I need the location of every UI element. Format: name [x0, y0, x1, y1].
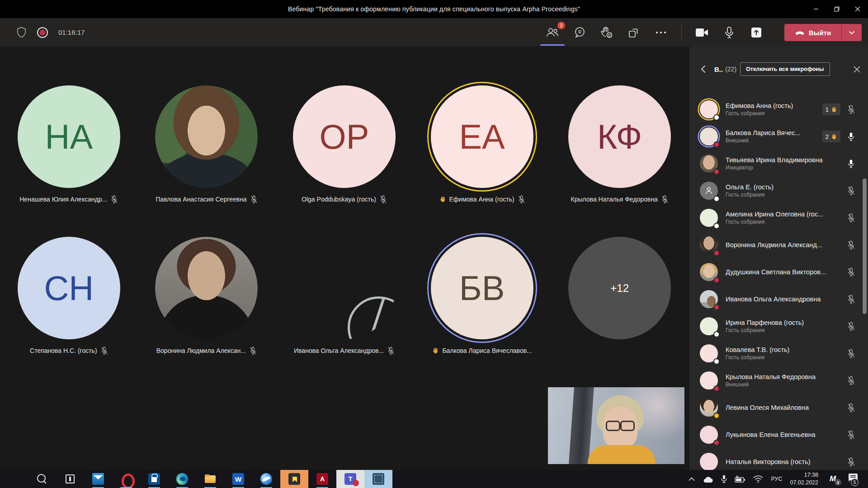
participant-role: Гость собрания	[726, 192, 847, 198]
participant-row[interactable]: Наталья Викторовна (гость)	[689, 448, 862, 470]
participant-name: Тивьяева Ирина Владимировна	[726, 156, 847, 164]
scrollbar-thumb[interactable]	[863, 178, 867, 314]
self-video[interactable]	[548, 387, 684, 464]
mic-muted-icon[interactable]	[847, 376, 855, 385]
mic-muted-icon[interactable]	[847, 105, 855, 114]
taskbar-app[interactable]	[84, 470, 112, 488]
mic-muted-icon[interactable]	[847, 322, 855, 331]
participant-row[interactable]: Крылова Наталья Федоровна Внешний	[689, 367, 862, 394]
participant-tile[interactable]: НА Ненашева Юлия Александр...	[0, 85, 138, 204]
participant-row[interactable]: Ковалева Т.В. (гость) Гость собрания	[689, 340, 862, 367]
participant-row[interactable]: Иванова Ольга Александровна	[689, 286, 862, 313]
hangup-icon	[795, 30, 805, 35]
action-center-icon[interactable]: 5	[847, 473, 863, 485]
presence-status-dot	[713, 440, 720, 446]
keyboard-language[interactable]: РУС	[771, 476, 782, 482]
tray-expand-chevron-icon[interactable]	[689, 477, 695, 481]
participant-tile[interactable]: СН Степанова Н.С. (гость)	[0, 237, 138, 355]
taskbar-app[interactable]	[0, 470, 28, 488]
mic-button[interactable]	[722, 25, 737, 40]
participant-name: Воронина Людмила Александ...	[726, 241, 847, 249]
mic-muted-icon[interactable]	[847, 267, 855, 277]
taskbar-app[interactable]	[56, 470, 84, 488]
taskbar-app[interactable]: A	[308, 470, 336, 488]
taskbar-app[interactable]	[364, 470, 392, 488]
meeting-toolbar: 01:16:17 2	[0, 18, 868, 47]
participant-row[interactable]: Амелина Ирина Олеговна (гос... Гость соб…	[689, 204, 862, 231]
presence-status-dot	[713, 385, 720, 392]
participant-tile[interactable]: +12	[551, 237, 689, 355]
participant-row[interactable]: Воронина Людмила Александ...	[689, 231, 862, 258]
chat-button[interactable]	[572, 25, 587, 40]
mic-muted-icon[interactable]	[847, 186, 855, 196]
mic-muted-icon	[379, 195, 387, 204]
raised-hand-badge: 2	[822, 131, 840, 142]
taskbar-app[interactable]: W	[224, 470, 252, 488]
participant-row[interactable]: Ирина Парфенова (гость) Гость собрания	[689, 313, 862, 340]
teams-notification-dot	[353, 480, 359, 486]
participant-name: Наталья Викторовна (гость)	[726, 458, 847, 465]
leave-button[interactable]: Выйти	[784, 24, 862, 41]
back-chevron-icon[interactable]	[701, 65, 710, 73]
participant-name: Иванова Ольга Александровна	[726, 296, 847, 303]
mic-muted-icon[interactable]	[847, 295, 855, 304]
participant-row[interactable]: Ефимова Анна (гость) Гость собрания 1	[689, 96, 862, 123]
mic-muted-icon[interactable]	[847, 349, 855, 358]
participant-row[interactable]: Тивьяева Ирина Владимировна Инициатор	[689, 150, 862, 177]
participant-row[interactable]: Балкова Лариса Вячес... Внешний 2	[689, 123, 862, 150]
taskbar-app[interactable]	[112, 470, 140, 488]
participant-row[interactable]: Ольга Е. (гость) Гость собрания	[689, 177, 862, 204]
more-actions-button[interactable]	[653, 25, 669, 40]
participant-tile[interactable]: ОР Olga Poddubskaya (гость)	[275, 85, 413, 204]
mic-muted-icon[interactable]	[847, 403, 855, 413]
participant-tile[interactable]: Иванова Ольга Александров...	[275, 237, 413, 355]
participant-tile[interactable]: БВ Балкова Лариса Вячеславов...	[413, 237, 551, 355]
presence-status-dot	[713, 223, 720, 229]
taskbar-clock[interactable]: 17:38 07.02.2022	[790, 471, 818, 487]
mic-muted-icon[interactable]	[847, 457, 855, 467]
battery-icon[interactable]	[735, 475, 745, 483]
app-icon	[92, 473, 104, 485]
close-button[interactable]	[847, 0, 868, 18]
mic-on-icon[interactable]	[847, 159, 855, 169]
presence-status-dot	[713, 413, 720, 419]
restore-button[interactable]	[826, 0, 847, 18]
taskbar-app[interactable]	[28, 470, 56, 488]
share-screen-button[interactable]	[749, 25, 764, 40]
participant-row[interactable]: Дудушкина Светлана Викторов...	[689, 258, 862, 286]
camera-button[interactable]	[694, 25, 710, 40]
mic-on-icon[interactable]	[847, 132, 855, 141]
presence-status-dot	[713, 196, 720, 202]
participant-tile[interactable]: КФ Крылова Наталья Федоровна	[551, 85, 689, 204]
initials: ОР	[320, 117, 369, 156]
taskbar-app[interactable]: T	[336, 470, 364, 488]
mic-muted-icon[interactable]	[847, 213, 855, 223]
mail-agent-tray-icon[interactable]: M3	[826, 473, 840, 485]
participant-row[interactable]: Левина Олеся Михайловна	[689, 394, 862, 421]
breakout-rooms-button[interactable]	[626, 25, 642, 40]
participants-button[interactable]: 2	[545, 25, 560, 40]
participant-name: Ефимова Анна (гость)	[449, 196, 514, 203]
onedrive-cloud-icon[interactable]	[703, 475, 713, 483]
taskbar-app[interactable]	[168, 470, 196, 488]
leave-options-caret[interactable]	[842, 31, 862, 35]
video-stage: НА Ненашева Юлия Александр... Павлова Ан…	[0, 47, 689, 470]
mic-muted-icon[interactable]	[847, 240, 855, 250]
mute-all-button[interactable]: Отключить все микрофоны	[740, 62, 830, 76]
mic-muted-icon[interactable]	[847, 430, 855, 440]
avatar: СН	[18, 237, 120, 339]
participant-tile[interactable]: ЕА Ефимова Анна (гость)	[413, 85, 551, 204]
participant-tile[interactable]: Павлова Анастасия Сергеевна	[138, 85, 276, 204]
taskbar-app[interactable]	[196, 470, 224, 488]
participant-row[interactable]: Лукьянова Елена Евгеньевна	[689, 421, 862, 448]
taskbar-app[interactable]	[252, 470, 280, 488]
close-panel-icon[interactable]	[854, 66, 860, 73]
participant-role: Гость собрания	[726, 219, 847, 225]
wifi-icon[interactable]	[753, 475, 763, 483]
taskbar-app[interactable]	[140, 470, 168, 488]
participant-tile[interactable]: Воронина Людмила Алексан...	[138, 237, 276, 355]
reactions-button[interactable]	[599, 25, 614, 40]
minimize-button[interactable]	[806, 0, 826, 18]
taskbar-app[interactable]	[280, 470, 308, 488]
tray-mic-icon[interactable]	[721, 475, 727, 483]
